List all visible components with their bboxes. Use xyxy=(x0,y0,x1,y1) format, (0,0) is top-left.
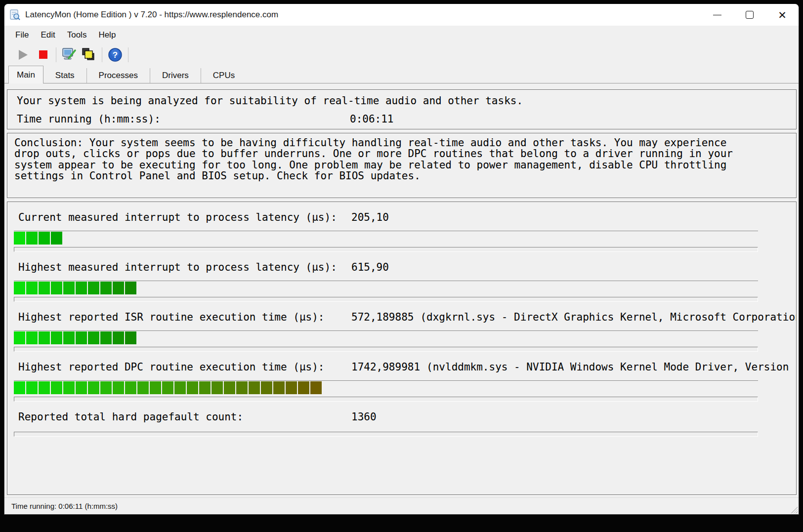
report-button[interactable] xyxy=(79,46,99,63)
tab-stats[interactable]: Stats xyxy=(43,68,86,83)
time-running-value: 0:06:11 xyxy=(350,113,394,129)
time-running-line: Time running (h:mm:ss): 0:06:11 xyxy=(17,113,796,129)
analysis-status-box: Your system is being analyzed for suitab… xyxy=(7,89,797,129)
menu-tools[interactable]: Tools xyxy=(61,28,93,42)
latency-bar-track xyxy=(14,297,758,302)
latency-bar-segment xyxy=(51,232,62,245)
latency-bar-segment xyxy=(224,381,235,394)
help-button[interactable]: ? xyxy=(105,46,125,63)
close-button[interactable]: ✕ xyxy=(766,4,799,26)
latency-bar-segment xyxy=(125,282,136,294)
tab-strip: Main Stats Processes Drivers CPUs xyxy=(4,65,799,83)
measurement-value: 572,189885 xyxy=(351,311,414,325)
tab-processes[interactable]: Processes xyxy=(86,68,150,83)
menu-help[interactable]: Help xyxy=(92,28,122,42)
latency-bar-segment xyxy=(249,381,260,394)
latency-bar xyxy=(14,330,758,345)
latency-bar-segment xyxy=(298,381,309,394)
latency-bar-segment xyxy=(125,331,136,344)
toolbar-separator xyxy=(128,47,128,62)
latency-bar-segment xyxy=(88,381,99,394)
latency-bar-segment xyxy=(100,331,112,344)
latency-bar-segment xyxy=(51,282,62,294)
latency-bar-segment xyxy=(39,232,50,245)
latency-bar-segment xyxy=(76,282,87,294)
latency-bar-track xyxy=(14,247,758,252)
latency-bar-segment xyxy=(236,381,248,394)
latency-bar xyxy=(14,281,758,295)
menu-edit[interactable]: Edit xyxy=(35,28,61,42)
measurement-label: Current measured interrupt to process la… xyxy=(18,211,351,225)
toolbar-separator xyxy=(56,47,56,62)
main-tab-page: Your system is being analyzed for suitab… xyxy=(4,83,799,497)
latency-bar-segment xyxy=(137,381,149,394)
latency-bar-segment xyxy=(63,282,75,294)
conclusion-box: Conclusion: Your system seems to be havi… xyxy=(7,133,797,198)
status-bar: Time running: 0:06:11 (h:mm:ss) xyxy=(4,497,799,514)
analysis-heading: Your system is being analyzed for suitab… xyxy=(17,95,523,113)
latency-bar-segment xyxy=(26,232,38,245)
latency-bar-segment xyxy=(51,331,62,344)
measurement-value: 205,10 xyxy=(351,211,389,225)
desktop: { "window": { "title": "LatencyMon (Home… xyxy=(0,0,803,532)
window-controls: ✕ xyxy=(701,4,799,26)
analyzer-settings-button[interactable] xyxy=(59,46,79,63)
latency-bar-segment xyxy=(39,331,50,344)
report-icon xyxy=(82,47,96,62)
start-monitor-button[interactable] xyxy=(13,46,33,63)
latency-bar-track xyxy=(14,347,758,352)
latency-bar-segment xyxy=(211,381,223,394)
tab-main[interactable]: Main xyxy=(8,66,43,83)
latency-bar xyxy=(14,231,758,245)
latency-bar-segment xyxy=(26,381,38,394)
latency-bar-segment xyxy=(26,331,38,344)
measurement-row: Highest measured interrupt to process la… xyxy=(14,261,758,302)
maximize-button[interactable] xyxy=(733,4,766,26)
latency-bar-segment xyxy=(113,331,124,344)
tab-cpus[interactable]: CPUs xyxy=(201,68,247,83)
minimize-icon xyxy=(713,15,721,15)
status-time-running: Time running: 0:06:11 (h:mm:ss) xyxy=(11,502,118,510)
latencymon-window: LatencyMon (Home Edition ) v 7.20 - http… xyxy=(4,4,799,515)
svg-text:?: ? xyxy=(113,50,118,60)
latency-bar-segment xyxy=(76,331,87,344)
minimize-button[interactable] xyxy=(701,4,733,26)
measurement-row: Highest reported DPC routine execution t… xyxy=(14,361,758,402)
latency-bar-segment xyxy=(14,381,25,394)
measurement-label: Highest reported ISR routine execution t… xyxy=(18,311,351,325)
latency-bar-segment xyxy=(39,381,50,394)
measurement-label: Highest measured interrupt to process la… xyxy=(18,261,351,275)
stop-monitor-button[interactable] xyxy=(33,46,53,63)
latency-bar-segment xyxy=(76,381,87,394)
latency-bar-segment xyxy=(162,381,173,394)
measurements-box: Current measured interrupt to process la… xyxy=(7,202,797,495)
latency-bar-segment xyxy=(14,232,25,245)
conclusion-text: Conclusion: Your system seems to be havi… xyxy=(14,137,796,182)
latency-bar-segment xyxy=(261,381,272,394)
latency-bar-segment xyxy=(88,331,99,344)
latency-bar-segment xyxy=(26,282,38,294)
latency-bar-segment xyxy=(51,381,62,394)
toolbar-separator xyxy=(102,47,102,62)
latency-bar-segment xyxy=(174,381,186,394)
close-icon: ✕ xyxy=(778,10,787,20)
measurement-value: 1360 xyxy=(351,411,377,425)
maximize-icon xyxy=(746,11,754,19)
latency-bar-segment xyxy=(310,381,322,394)
latency-bar-track xyxy=(14,432,758,437)
latency-bar-segment xyxy=(14,331,25,344)
latency-bar-segment xyxy=(39,282,50,294)
stop-icon xyxy=(39,50,47,59)
menu-file[interactable]: File xyxy=(9,28,35,42)
tab-drivers[interactable]: Drivers xyxy=(150,68,201,83)
latency-bar-track xyxy=(14,397,758,402)
toolbar: ? xyxy=(4,44,799,65)
measurement-value: 1742,989981 xyxy=(351,361,420,375)
latency-bar-segment xyxy=(113,282,124,294)
latency-bar-segment xyxy=(63,331,75,344)
latency-bar xyxy=(14,380,758,395)
resize-grip-icon[interactable] xyxy=(790,505,798,513)
latency-bar-segment xyxy=(88,282,99,294)
app-icon xyxy=(9,9,20,20)
analyzer-settings-icon xyxy=(61,47,77,62)
